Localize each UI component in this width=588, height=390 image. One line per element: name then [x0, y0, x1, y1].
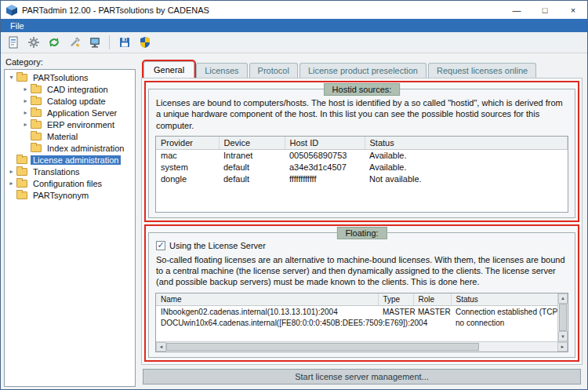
expander-closed-icon[interactable]: ▸	[21, 107, 30, 118]
scroll-down-icon[interactable]: ▼	[558, 331, 568, 341]
server-row-inbookgen02[interactable]: INbookgen02.cadenas.internal(10.13.13.10…	[156, 305, 557, 317]
tree-item-translations[interactable]: ▸ Translations	[5, 166, 135, 177]
tools-wrench-icon[interactable]	[65, 34, 83, 52]
window-controls: — □ ×	[503, 1, 587, 19]
scroll-up-icon[interactable]: ▲	[558, 293, 568, 304]
folder-icon	[16, 156, 27, 164]
cad-document-icon[interactable]	[4, 34, 22, 52]
column-header-role[interactable]: Role	[413, 293, 451, 306]
horizontal-scrollbar[interactable]: ◄ ►	[156, 341, 568, 352]
expander-closed-icon[interactable]: ▸	[21, 95, 30, 107]
checkbox-label: Using the License Server	[169, 241, 266, 250]
column-header-type[interactable]: Type	[378, 293, 413, 306]
expander-closed-icon[interactable]: ▸	[21, 118, 30, 130]
scroll-right-icon[interactable]: ►	[557, 342, 568, 352]
close-button[interactable]: ×	[559, 1, 587, 19]
save-icon[interactable]	[115, 34, 133, 52]
scrollbar-track[interactable]	[479, 342, 557, 352]
folder-icon	[31, 86, 42, 93]
hostid-row-system[interactable]: system default a34e3d1c4507 Available.	[156, 161, 568, 173]
minimize-button[interactable]: —	[503, 1, 531, 19]
cell: ffffffffffff	[285, 173, 365, 184]
column-header-device[interactable]: Device	[219, 137, 285, 150]
folder-icon	[31, 109, 42, 117]
expander-closed-icon[interactable]: ▸	[7, 177, 16, 189]
hostid-table: Provider Device Host ID Status mac	[155, 136, 568, 213]
titlebar[interactable]: PARTadmin 12.00 - PARTsolutions by CADEN…	[1, 1, 587, 19]
cell: INbookgen02.cadenas.internal(10.13.13.10…	[156, 305, 378, 317]
expander-open-icon[interactable]: ▾	[7, 71, 16, 83]
tab-protocol[interactable]: Protocol	[249, 63, 298, 78]
category-label: Category:	[5, 57, 136, 67]
hostid-row-mac[interactable]: mac Intranet 005056890753 Available.	[156, 149, 568, 161]
tree-item-catalog-update[interactable]: ▸ Catalog update	[5, 95, 135, 107]
column-header-hostid[interactable]: Host ID	[285, 137, 365, 150]
server-row-docuwin10x64[interactable]: DOCUwin10x64.cadenas.internal([FE80:0:0:…	[156, 317, 557, 329]
column-header-status[interactable]: Status	[451, 293, 557, 306]
tab-licenses[interactable]: Licenses	[196, 63, 247, 78]
tab-general[interactable]: General	[143, 61, 194, 78]
tab-request-licenses-online[interactable]: Request licenses online	[428, 63, 536, 78]
tree-item-material[interactable]: Material	[5, 130, 135, 142]
toolbar-separator	[109, 35, 110, 49]
tree-item-partsynonym[interactable]: PARTsynonym	[5, 189, 135, 201]
folder-icon	[16, 168, 27, 176]
folder-icon	[16, 191, 27, 199]
column-header-name[interactable]: Name	[156, 293, 378, 306]
column-header-status[interactable]: Status	[365, 137, 568, 150]
tree-item-erp-environment[interactable]: ▸ ERP environment	[5, 118, 135, 130]
cell: DOCUwin10x64.cadenas.internal([FE80:0:0:…	[156, 317, 378, 329]
monitor-icon[interactable]	[85, 34, 103, 52]
horizontal-scrollbar-thumb[interactable]	[166, 343, 479, 351]
hostid-group-title: Hostid sources:	[324, 83, 401, 96]
tree-item-index-administration[interactable]: Index administration	[5, 142, 135, 154]
menu-file[interactable]: File	[4, 21, 31, 31]
settings-gear-icon[interactable]	[24, 34, 42, 52]
partadmin-window: PARTadmin 12.00 - PARTsolutions by CADEN…	[0, 0, 588, 390]
hostid-row-dongle[interactable]: dongle default ffffffffffff Not availabl…	[156, 173, 568, 184]
category-panel: Category: ▾ PARTsolutions ▸ CAD integrat…	[1, 53, 136, 389]
scroll-left-icon[interactable]: ◄	[156, 342, 166, 352]
cell: mac	[156, 149, 219, 161]
cell: Not available.	[365, 173, 568, 184]
tree-item-partsolutions[interactable]: ▾ PARTsolutions	[5, 71, 135, 83]
menubar: File	[1, 19, 587, 32]
cell: Intranet	[219, 149, 285, 161]
tree-item-license-administration[interactable]: License administration	[5, 154, 135, 166]
tab-license-product-preselection[interactable]: License product preselection	[299, 63, 426, 78]
folder-icon	[31, 144, 42, 152]
category-tree: ▾ PARTsolutions ▸ CAD integration ▸ Cata…	[4, 69, 136, 387]
cell: system	[156, 161, 219, 173]
license-server-table: Name Type Role Status V	[155, 293, 568, 352]
cell: 005056890753	[285, 149, 365, 161]
folder-icon	[31, 97, 42, 105]
vertical-scrollbar[interactable]: ▲ ▼	[557, 293, 568, 341]
floating-description: So-called floating licenses are an alter…	[156, 254, 568, 288]
use-license-server-checkbox[interactable]: ✓ Using the License Server	[156, 241, 568, 250]
hostid-header-row: Provider Device Host ID Status	[156, 137, 568, 150]
hostid-groupbox: Hostid sources: Licenses are bound to co…	[148, 89, 575, 218]
cell: default	[219, 161, 285, 173]
tree-item-configuration-files[interactable]: ▸ Configuration files	[5, 177, 135, 189]
cell: no connection	[451, 317, 557, 329]
start-license-server-management-button[interactable]: Start license server management...	[143, 369, 581, 385]
folder-icon	[31, 121, 42, 129]
vertical-scrollbar-thumb[interactable]	[559, 304, 567, 331]
expander-closed-icon[interactable]: ▸	[7, 166, 16, 177]
folder-icon	[31, 133, 42, 140]
maximize-button[interactable]: □	[531, 1, 559, 19]
main-area: Category: ▾ PARTsolutions ▸ CAD integrat…	[1, 53, 587, 389]
checkbox-checked-icon[interactable]: ✓	[156, 241, 165, 250]
tree-item-application-server[interactable]: ▸ Application Server	[5, 107, 135, 118]
floating-group-title: Floating:	[336, 227, 387, 239]
folder-icon	[16, 180, 27, 188]
shield-icon[interactable]	[136, 34, 154, 52]
tab-bar: General Licenses Protocol License produc…	[141, 60, 583, 78]
column-header-provider[interactable]: Provider	[156, 137, 219, 150]
app-icon	[5, 4, 18, 16]
expander-closed-icon[interactable]: ▸	[21, 83, 30, 95]
window-title: PARTadmin 12.00 - PARTsolutions by CADEN…	[22, 5, 503, 15]
catalog-update-icon[interactable]	[45, 34, 63, 52]
tree-item-cad-integration[interactable]: ▸ CAD integration	[5, 83, 135, 95]
cell: Connection established (TCP+UDP) (V3)	[451, 305, 557, 317]
